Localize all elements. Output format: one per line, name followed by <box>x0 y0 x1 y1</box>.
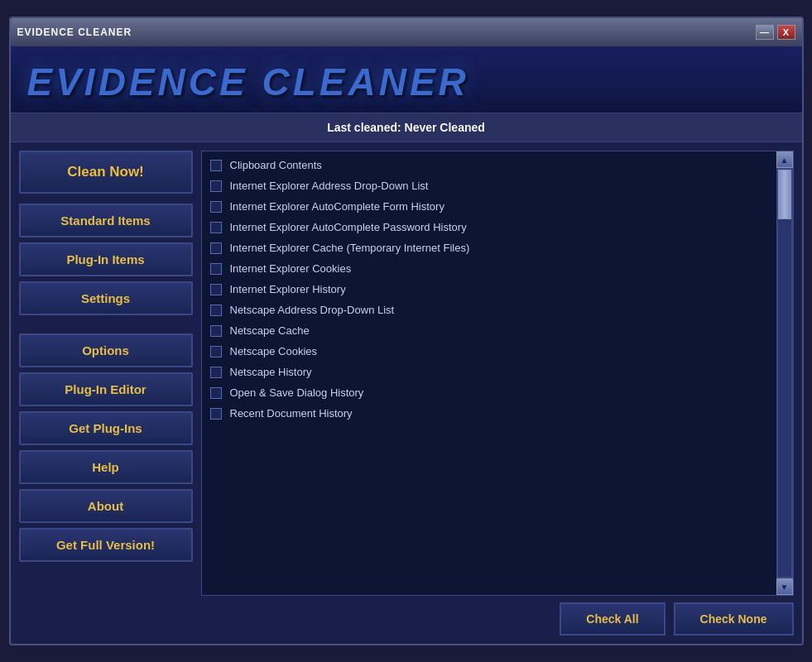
checklist-checkbox[interactable] <box>210 305 222 316</box>
checklist-item-label: Internet Explorer Address Drop-Down List <box>230 180 429 192</box>
checklist-area: Clipboard ContentsInternet Explorer Addr… <box>201 151 794 636</box>
checklist-item[interactable]: Internet Explorer AutoComplete Form Hist… <box>202 196 776 217</box>
checklist-item-label: Internet Explorer Cookies <box>230 262 352 275</box>
checklist-item-label: Netscape Address Drop-Down List <box>230 304 395 316</box>
checklist-item-label: Netscape Cookies <box>230 345 318 357</box>
last-cleaned-bar: Last cleaned: Never Cleaned <box>11 113 802 142</box>
scrollbar-down-button[interactable]: ▼ <box>776 578 793 595</box>
sidebar-spacer <box>19 320 193 329</box>
checklist-item[interactable]: Internet Explorer Address Drop-Down List <box>202 175 776 196</box>
checklist-checkbox[interactable] <box>210 242 222 254</box>
app-title: EVIDENCE CLEANER <box>27 60 786 104</box>
checklist-list: Clipboard ContentsInternet Explorer Addr… <box>202 151 776 595</box>
plugin-editor-button[interactable]: Plug-In Editor <box>19 372 193 406</box>
checklist-checkbox[interactable] <box>210 408 222 420</box>
checklist-item[interactable]: Open & Save Dialog History <box>202 382 776 403</box>
scrollbar-track: ▲ ▼ <box>776 151 793 595</box>
checklist-item-label: Recent Document History <box>230 407 353 420</box>
plugin-items-button[interactable]: Plug-In Items <box>19 242 193 276</box>
clean-now-button[interactable]: Clean Now! <box>19 151 193 194</box>
sidebar: Clean Now! Standard Items Plug-In Items … <box>19 151 193 636</box>
checklist-checkbox[interactable] <box>210 367 222 378</box>
checklist-checkbox[interactable] <box>210 201 222 213</box>
about-button[interactable]: About <box>19 489 193 523</box>
checklist-item-label: Open & Save Dialog History <box>230 386 364 399</box>
scrollbar-up-button[interactable]: ▲ <box>776 151 793 168</box>
help-button[interactable]: Help <box>19 450 193 484</box>
titlebar: EVIDENCE CLEANER — X <box>11 18 802 46</box>
checklist-item[interactable]: Netscape History <box>202 362 776 382</box>
main-window: EVIDENCE CLEANER — X EVIDENCE CLEANER La… <box>9 17 804 645</box>
checklist-item[interactable]: Clipboard Contents <box>202 155 776 175</box>
checklist-item[interactable]: Netscape Cache <box>202 320 776 341</box>
get-plugins-button[interactable]: Get Plug-Ins <box>19 411 193 445</box>
standard-items-button[interactable]: Standard Items <box>19 204 193 237</box>
app-header: EVIDENCE CLEANER <box>11 46 802 113</box>
checklist-item[interactable]: Internet Explorer AutoComplete Password … <box>202 217 776 237</box>
checklist-checkbox[interactable] <box>210 284 222 295</box>
checklist-item-label: Netscape History <box>230 366 312 378</box>
checklist-item[interactable]: Internet Explorer History <box>202 279 776 300</box>
checklist-item[interactable]: Internet Explorer Cache (Temporary Inter… <box>202 237 776 258</box>
checklist-item[interactable]: Internet Explorer Cookies <box>202 258 776 279</box>
checklist-item-label: Clipboard Contents <box>230 159 322 171</box>
check-all-button[interactable]: Check All <box>560 602 665 636</box>
checklist-checkbox[interactable] <box>210 387 222 399</box>
checklist-container: Clipboard ContentsInternet Explorer Addr… <box>201 151 794 596</box>
options-button[interactable]: Options <box>19 333 193 367</box>
checklist-item[interactable]: Netscape Cookies <box>202 341 776 362</box>
checklist-checkbox[interactable] <box>210 160 222 171</box>
checklist-checkbox[interactable] <box>210 222 222 233</box>
last-cleaned-text: Last cleaned: Never Cleaned <box>327 121 485 134</box>
settings-button[interactable]: Settings <box>19 281 193 315</box>
checklist-checkbox[interactable] <box>210 325 222 337</box>
checklist-item-label: Internet Explorer Cache (Temporary Inter… <box>230 242 470 254</box>
checklist-item[interactable]: Netscape Address Drop-Down List <box>202 300 776 320</box>
scrollbar-thumb[interactable] <box>778 170 791 219</box>
get-full-version-button[interactable]: Get Full Version! <box>19 528 193 562</box>
titlebar-title: EVIDENCE CLEANER <box>17 26 132 38</box>
checklist-item-label: Internet Explorer AutoComplete Password … <box>230 221 467 233</box>
scrollbar-groove <box>778 170 791 577</box>
checklist-checkbox[interactable] <box>210 180 222 192</box>
close-button[interactable]: X <box>777 25 795 40</box>
check-none-button[interactable]: Check None <box>674 602 794 636</box>
main-content: Clean Now! Standard Items Plug-In Items … <box>11 142 802 644</box>
checklist-item[interactable]: Recent Document History <box>202 403 776 424</box>
checklist-item-label: Internet Explorer AutoComplete Form Hist… <box>230 200 444 213</box>
titlebar-controls: — X <box>756 25 795 40</box>
checklist-item-label: Internet Explorer History <box>230 283 346 295</box>
minimize-button[interactable]: — <box>756 25 774 40</box>
bottom-buttons: Check All Check None <box>201 602 794 636</box>
checklist-checkbox[interactable] <box>210 346 222 357</box>
checklist-item-label: Netscape Cache <box>230 324 310 337</box>
checklist-checkbox[interactable] <box>210 263 222 275</box>
